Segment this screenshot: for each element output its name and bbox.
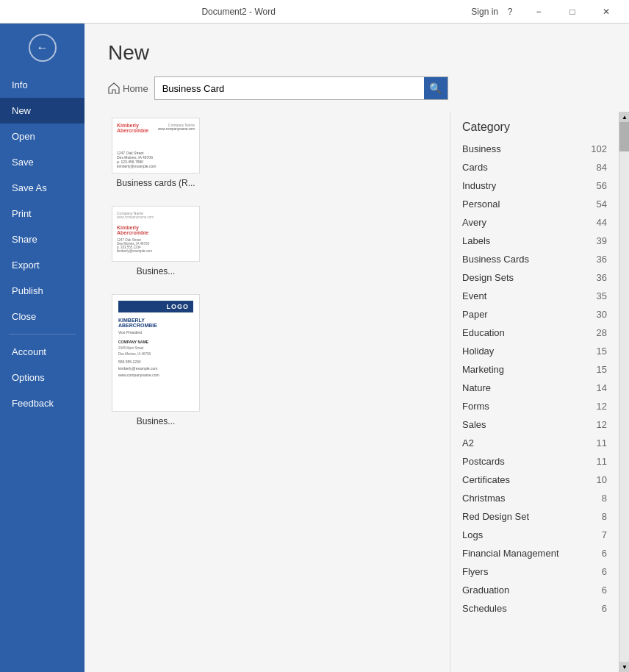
category-count: 11	[597, 437, 607, 448]
category-count: 102	[591, 143, 607, 154]
category-count: 8	[602, 493, 607, 504]
category-count: 30	[597, 309, 607, 320]
template-thumb-1: KimberlyAbercrombie Company Name www.com…	[112, 118, 200, 174]
category-name: Business Cards	[462, 254, 529, 265]
category-item[interactable]: Postcards11	[450, 452, 619, 471]
category-item[interactable]: Marketing15	[450, 360, 619, 379]
sidebar-item-new[interactable]: New	[0, 98, 85, 124]
sidebar-item-options[interactable]: Options	[0, 365, 85, 390]
search-input[interactable]	[155, 79, 424, 99]
category-item[interactable]: Financial Management6	[450, 544, 619, 562]
category-count: 15	[597, 364, 607, 375]
category-count: 12	[597, 401, 607, 412]
category-item[interactable]: Education28	[450, 324, 619, 342]
home-link[interactable]: Home	[108, 82, 148, 94]
scroll-down-btn[interactable]: ▼	[619, 662, 629, 672]
category-item[interactable]: Industry56	[450, 176, 619, 195]
home-label: Home	[123, 83, 148, 94]
category-name: Paper	[462, 309, 488, 320]
content-header: New Home 🔍	[85, 24, 629, 112]
category-count: 6	[602, 603, 607, 614]
search-input-wrap: 🔍	[154, 76, 448, 100]
scroll-track	[619, 122, 629, 662]
close-window-button[interactable]: ✕	[589, 0, 623, 24]
help-button[interactable]: ?	[498, 0, 522, 24]
category-item[interactable]: Certificates10	[450, 471, 619, 489]
sidebar-item-feedback[interactable]: Feedback	[0, 390, 85, 416]
sidebar-item-info[interactable]: Info	[0, 72, 85, 98]
category-name: Holiday	[462, 346, 494, 357]
category-count: 15	[597, 346, 607, 357]
category-name: Personal	[462, 199, 500, 210]
category-item[interactable]: Logs7	[450, 526, 619, 544]
category-name: Design Sets	[462, 272, 514, 283]
category-count: 6	[602, 548, 607, 559]
back-circle-icon: ←	[29, 34, 57, 62]
category-item[interactable]: Nature14	[450, 379, 619, 397]
page-title: New	[108, 41, 605, 65]
category-name: Nature	[462, 382, 491, 393]
app-body: ← Info New Open Save Save As Print Share…	[0, 24, 629, 672]
minimize-button[interactable]: −	[522, 0, 556, 24]
maximize-button[interactable]: □	[556, 0, 589, 24]
category-count: 39	[597, 235, 607, 246]
category-count: 44	[597, 217, 607, 228]
category-count: 11	[597, 456, 607, 467]
templates-grid: KimberlyAbercrombie Company Name www.com…	[108, 118, 432, 426]
category-header: Category	[450, 112, 619, 140]
category-item[interactable]: Forms12	[450, 397, 619, 415]
sidebar-item-open[interactable]: Open	[0, 124, 85, 149]
template-label-3: Busines...	[137, 416, 176, 426]
category-item[interactable]: Business Cards36	[450, 250, 619, 268]
category-item[interactable]: Business102	[450, 140, 619, 158]
sidebar-item-save-as[interactable]: Save As	[0, 175, 85, 201]
category-item[interactable]: Paper30	[450, 305, 619, 324]
sidebar-item-account[interactable]: Account	[0, 339, 85, 365]
category-name: Graduation	[462, 585, 509, 596]
sign-in-button[interactable]: Sign in	[471, 7, 498, 17]
category-item[interactable]: Personal54	[450, 195, 619, 213]
category-item[interactable]: Design Sets36	[450, 268, 619, 287]
category-name: Flyers	[462, 566, 488, 577]
category-count: 6	[602, 566, 607, 577]
sidebar-item-close[interactable]: Close	[0, 304, 85, 329]
sidebar-divider	[9, 334, 76, 335]
category-name: A2	[462, 437, 474, 448]
template-item-3[interactable]: LOGO KIMBERLYABERCROMBIE Vice President …	[108, 294, 204, 426]
category-scrollbar[interactable]: ▲ ▼	[619, 112, 629, 672]
category-item[interactable]: Christmas8	[450, 489, 619, 507]
category-count: 8	[602, 511, 607, 522]
sidebar-item-publish[interactable]: Publish	[0, 278, 85, 304]
category-list[interactable]: Business102Cards84Industry56Personal54Av…	[450, 140, 619, 672]
sidebar-item-save[interactable]: Save	[0, 149, 85, 175]
category-item[interactable]: Cards84	[450, 158, 619, 176]
templates-panel: KimberlyAbercrombie Company Name www.com…	[85, 112, 450, 672]
search-button[interactable]: 🔍	[424, 77, 448, 99]
category-name: Event	[462, 290, 486, 301]
category-item[interactable]: Sales12	[450, 415, 619, 434]
template-item-2[interactable]: Company Name www.companyname.com Kimberl…	[108, 206, 204, 276]
category-item[interactable]: Labels39	[450, 232, 619, 250]
sidebar-item-export[interactable]: Export	[0, 252, 85, 278]
title-bar: Document2 - Word Sign in ? − □ ✕	[0, 0, 629, 24]
content-body: KimberlyAbercrombie Company Name www.com…	[85, 112, 629, 672]
category-item[interactable]: Flyers6	[450, 562, 619, 581]
scroll-up-btn[interactable]: ▲	[619, 112, 629, 122]
category-item[interactable]: Graduation6	[450, 581, 619, 599]
category-item[interactable]: Event35	[450, 287, 619, 305]
category-name: Education	[462, 327, 505, 338]
sidebar-item-share[interactable]: Share	[0, 226, 85, 252]
template-thumb-3: LOGO KIMBERLYABERCROMBIE Vice President …	[112, 294, 200, 412]
category-item[interactable]: A211	[450, 434, 619, 452]
category-item[interactable]: Schedules6	[450, 599, 619, 618]
category-item[interactable]: Red Design Set8	[450, 507, 619, 526]
template-item[interactable]: KimberlyAbercrombie Company Name www.com…	[108, 118, 204, 188]
sidebar-item-print[interactable]: Print	[0, 201, 85, 226]
category-item[interactable]: Holiday15	[450, 342, 619, 360]
home-icon	[108, 82, 120, 94]
category-count: 10	[597, 474, 607, 485]
back-button[interactable]: ←	[24, 29, 61, 66]
category-item[interactable]: Avery44	[450, 213, 619, 232]
category-count: 54	[597, 199, 607, 210]
sidebar-nav: Info New Open Save Save As Print Share E…	[0, 72, 85, 672]
